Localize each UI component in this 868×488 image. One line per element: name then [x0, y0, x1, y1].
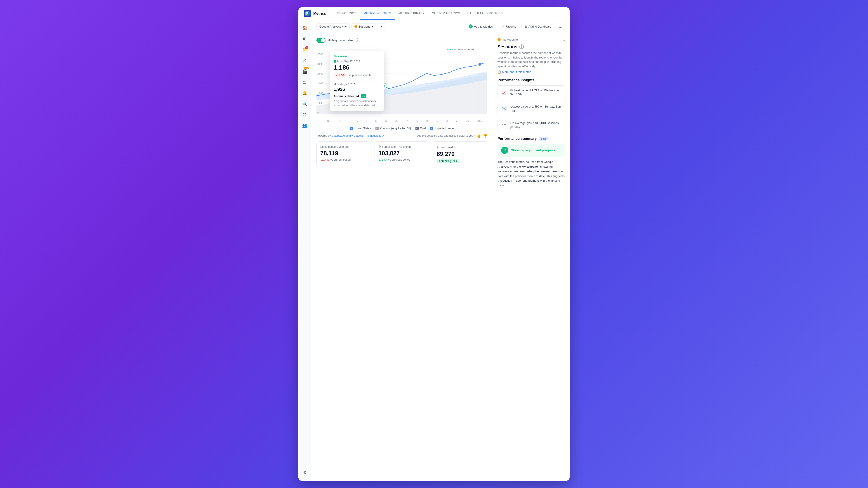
chart-wrapper: 8.9% vs previous period Sessions Mon, Se…	[316, 46, 487, 123]
stat-value-benchmark: 89,270	[437, 151, 484, 158]
outranking-badge: outranking 59%	[437, 159, 459, 163]
progress-check-icon: ✓	[501, 147, 508, 154]
ellipsis-icon: ...	[559, 25, 562, 28]
sidebar: 🏠 ⊞ 📁 3 ⏱ 🎬 New 🗂 🔔 🔍 🛡 👥 ⚙	[298, 20, 311, 481]
average-icon: 〰	[500, 121, 508, 129]
prev-value: 1,926	[334, 87, 381, 92]
progress-banner: ✓ Showing significant progress	[498, 144, 565, 157]
forecast-icon: ⏱	[378, 145, 381, 149]
tab-custom-metrics[interactable]: CUSTOM METRICS	[428, 7, 464, 20]
anomaly-tooltip: Sessions Mon, Sep 27, 2023 1,186 ▲ 8.9% …	[330, 51, 384, 111]
sidebar-item-video[interactable]: 🎬 New	[300, 67, 309, 76]
metric-title-row: Sessions ⓘ	[498, 44, 565, 50]
legend-label-goal: Goal	[420, 127, 426, 130]
add-to-databoard-button[interactable]: ⊞ Add to Databoard	[521, 23, 555, 30]
change-badge: ▲ 8.9%	[334, 73, 347, 77]
sidebar-item-library[interactable]: 🗂	[300, 78, 309, 87]
sidebar-item-team[interactable]: 👥	[300, 121, 309, 130]
sidebar-item-grid[interactable]: ⊞	[300, 34, 309, 43]
insight-average-text: On average, you had 2,040 Sessions per d…	[510, 121, 562, 129]
prev-date: Mon, Aug 27, 2023	[334, 83, 381, 86]
legend-check-goal: ✓	[415, 127, 418, 130]
app-logo-icon: 📊	[304, 10, 311, 17]
legend-check-exp: ✓	[430, 127, 433, 130]
feedback-area: Are the detected data anomalies helpful …	[417, 133, 487, 138]
toggle-knob	[321, 38, 325, 42]
add-to-metrics-button[interactable]: + Add to Metrics	[465, 23, 496, 30]
tooltip-date: Mon, Sep 27, 2023	[334, 60, 381, 63]
insight-lowest: 📉 Lowest value of 1,590 on Sunday, Sep 3…	[498, 102, 565, 116]
summary-text: The Sessions metric, sourced from Google…	[498, 160, 565, 188]
databoard-icon: ⊞	[525, 25, 527, 28]
content-area: Google Analytics 4 ▾ Sessions ▾ ▾ +	[311, 20, 569, 481]
date-selector[interactable]: ▾	[378, 23, 385, 30]
legend-united-states[interactable]: ✓ United States	[350, 127, 371, 130]
feedback-question: Are the detected data anomalies helpful …	[417, 134, 475, 137]
stat-label-benchmark: ◎ Benchmark ⓘ	[437, 145, 484, 149]
highest-icon: 📈	[500, 88, 507, 96]
tooltip-change: ▲ 8.9% vs previous month	[334, 73, 381, 77]
expand-arrow-icon[interactable]: ››	[562, 38, 565, 42]
stat-card-forecast: ⏱ Forecast for This Month 103,827 ▲ 19% …	[375, 141, 429, 167]
metric-source: My Website	[498, 38, 518, 41]
tab-metric-library[interactable]: METRIC LIBRARY	[395, 7, 428, 20]
metric-description: Sessions metric measures the number of w…	[498, 51, 565, 68]
source-dot	[498, 38, 501, 41]
more-options-button[interactable]: ...	[557, 23, 564, 30]
toolbar: Google Analytics 4 ▾ Sessions ▾ ▾ +	[311, 20, 569, 33]
legend-previous[interactable]: ✓ Previous (Aug 1 - Aug 31)	[375, 127, 411, 130]
legend-label-prev: Previous (Aug 1 - Aug 31)	[380, 127, 411, 130]
anomaly-methodology-link[interactable]: Databox Anomaly Detection methodology ↗	[332, 134, 384, 137]
stat-change-forecast: ▲ 19% vs previous period	[378, 158, 425, 161]
anomaly-header: Anomaly detected 79	[334, 94, 381, 98]
sidebar-item-settings[interactable]: ⚙	[300, 468, 309, 477]
source-selector[interactable]: Google Analytics 4 ▾	[316, 23, 350, 30]
sidebar-item-alerts[interactable]: 🔔	[300, 89, 309, 98]
legend-goal[interactable]: ✓ Goal	[415, 127, 426, 130]
tab-metric-insights[interactable]: METRIC INSIGHTS	[360, 7, 395, 20]
reports-badge: 3	[305, 46, 308, 49]
plus-icon: +	[469, 24, 473, 29]
legend-expected-range[interactable]: ✓ Expected range	[430, 127, 454, 130]
new-badge: New	[304, 67, 309, 69]
tab-calculated-metrics[interactable]: CALCULATED METRICS	[464, 7, 506, 20]
metric-title: Sessions	[498, 44, 518, 50]
legend-check-prev: ✓	[375, 127, 379, 130]
benchmark-icon: ◎	[437, 146, 439, 149]
action-buttons: + Add to Metrics ☆ Favorite ⊞ Add to Dat…	[465, 23, 564, 30]
anomaly-label: Anomaly detected	[334, 94, 359, 98]
highlight-anomalies-toggle[interactable]	[316, 38, 326, 43]
anomaly-desc: A significant positive deviation from ex…	[334, 99, 381, 107]
tooltip-title: Sessions	[334, 55, 381, 58]
chevron-down-icon-2: ▾	[372, 25, 373, 28]
sidebar-item-home[interactable]: 🏠	[300, 24, 309, 33]
legend-label-us: United States	[355, 127, 371, 130]
metric-selector[interactable]: Sessions ▾	[351, 23, 376, 30]
lowest-icon: 📉	[500, 105, 508, 113]
tab-my-metrics[interactable]: MY METRICS	[333, 7, 360, 20]
sidebar-item-search[interactable]: 🔍	[300, 99, 309, 108]
more-about-link[interactable]: 📋 More about this metric	[498, 70, 565, 74]
stat-label-forecast: ⏱ Forecast for This Month	[378, 145, 425, 149]
chart-section: Highlight anomalies ⓘ 8.9% vs previous p…	[311, 33, 493, 481]
powered-by-text: Powered by Databox Anomaly Detection met…	[316, 134, 384, 137]
thumbs-down-button[interactable]: 👎	[483, 133, 487, 138]
metric-info-icon[interactable]: ⓘ	[519, 44, 524, 50]
perf-summary-header: Performance summary Beta	[498, 137, 565, 141]
beta-badge: Beta	[539, 137, 548, 140]
main-split: Highlight anomalies ⓘ 8.9% vs previous p…	[311, 33, 569, 481]
anomaly-score: 79	[361, 94, 366, 98]
chevron-down-icon: ▾	[345, 25, 347, 28]
sidebar-item-timer[interactable]: ⏱	[300, 56, 309, 65]
stat-change-year-ago: -29,493 vs current period	[320, 158, 367, 161]
prev-period-label: vs previous period	[454, 48, 474, 51]
tooltip-value: 1,186	[334, 64, 381, 71]
sidebar-item-goals[interactable]: 🛡	[300, 110, 309, 119]
stat-card-benchmark: ◎ Benchmark ⓘ 89,270 outranking 59%	[433, 141, 487, 167]
prev-period-badge: 8.9% vs previous period	[447, 48, 474, 51]
sidebar-item-reports[interactable]: 📁 3	[300, 45, 309, 54]
favorite-button[interactable]: ☆ Favorite	[498, 23, 520, 30]
stat-card-year-ago: Same period 1 year ago 78,119 -29,493 vs…	[316, 141, 371, 167]
thumbs-up-button[interactable]: 👍	[476, 133, 481, 138]
y-axis: 3,500 3,000 2,500 2,000 1,500 1,000 0	[317, 53, 323, 114]
